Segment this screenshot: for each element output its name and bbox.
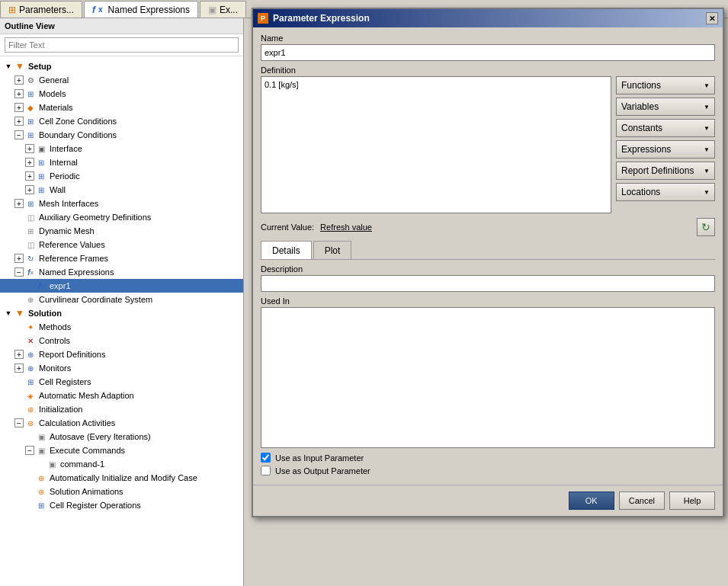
icon-boundary: ⊞ bbox=[24, 129, 37, 141]
dialog-titlebar: P Parameter Expression ✕ bbox=[253, 9, 723, 27]
name-row: Name bbox=[261, 34, 715, 61]
label-aux-geo: Auxiliary Geometry Definitions bbox=[39, 213, 151, 222]
label-mesh-interfaces: Mesh Interfaces bbox=[39, 199, 98, 208]
tree-item-mesh-interfaces[interactable]: +⊞Mesh Interfaces bbox=[0, 197, 243, 210]
label-sol-anim: Solution Animations bbox=[50, 487, 123, 496]
icon-cell-regs: ⊞ bbox=[24, 376, 37, 388]
icon-setup: ▼ bbox=[14, 60, 26, 72]
tree-item-sol-anim[interactable]: ⊛Solution Animations bbox=[0, 485, 243, 498]
refresh-button[interactable]: ↻ bbox=[697, 218, 715, 236]
output-param-checkbox[interactable] bbox=[261, 466, 271, 476]
variables-button[interactable]: Variables ▼ bbox=[616, 98, 715, 116]
label-init: Initialization bbox=[39, 405, 82, 414]
used-in-box bbox=[261, 307, 715, 448]
label-materials: Materials bbox=[39, 103, 73, 112]
expander-mesh-interfaces: + bbox=[14, 198, 24, 209]
tree-item-aux-geo[interactable]: ◫Auxiliary Geometry Definitions bbox=[0, 210, 243, 224]
icon-expr1: fx bbox=[35, 280, 47, 292]
label-curvi: Curvilinear Coordinate System bbox=[39, 295, 152, 304]
input-param-checkbox[interactable] bbox=[261, 453, 271, 463]
expander-aux-geo bbox=[14, 212, 24, 223]
label-cell-regs: Cell Registers bbox=[39, 377, 91, 386]
tree-item-ref-values[interactable]: ◫Reference Values bbox=[0, 238, 243, 251]
name-input[interactable] bbox=[261, 44, 715, 61]
definition-textarea[interactable]: 0.1 [kg/s] bbox=[261, 76, 611, 213]
icon-models: ⊞ bbox=[24, 88, 37, 100]
label-named-expr: Named Expressions bbox=[39, 267, 114, 277]
label-cellzone: Cell Zone Conditions bbox=[39, 117, 117, 126]
tree-item-curvi[interactable]: ⊕Curvilinear Coordinate System bbox=[0, 293, 243, 306]
tab-named-expressions[interactable]: fx Named Expressions bbox=[84, 1, 198, 18]
tree-item-cell-regs[interactable]: ⊞Cell Registers bbox=[0, 375, 243, 389]
description-input[interactable] bbox=[261, 275, 715, 292]
tab-ex[interactable]: ▣ Ex... bbox=[200, 1, 246, 18]
label-report-defs: Report Definitions bbox=[39, 350, 105, 359]
label-controls: Controls bbox=[39, 336, 70, 345]
report-definitions-button[interactable]: Report Definitions ▼ bbox=[616, 162, 715, 180]
tree-item-init[interactable]: ⊛Initialization bbox=[0, 402, 243, 416]
label-monitors: Monitors bbox=[39, 363, 71, 373]
label-auto-init: Automatically Initialize and Modify Case bbox=[50, 473, 197, 482]
ok-button[interactable]: OK bbox=[569, 492, 614, 510]
tab-plot[interactable]: Plot bbox=[313, 241, 352, 259]
expander-named-expr: − bbox=[14, 267, 24, 277]
tree-item-monitors[interactable]: +⊕Monitors bbox=[0, 361, 243, 375]
used-in-row: Used In bbox=[261, 296, 715, 448]
icon-report-defs: ⊕ bbox=[24, 348, 37, 360]
tree-item-cellzone[interactable]: +⊞Cell Zone Conditions bbox=[0, 114, 243, 128]
tree-item-named-expr[interactable]: −fxNamed Expressions bbox=[0, 265, 243, 279]
tree-item-interface[interactable]: +▣Interface bbox=[0, 142, 243, 155]
expander-monitors: + bbox=[14, 363, 24, 373]
tree-item-calc-act[interactable]: −⊛Calculation Activities bbox=[0, 416, 243, 430]
tree-item-autosave[interactable]: ▣Autosave (Every Iterations) bbox=[0, 430, 243, 444]
tab-details[interactable]: Details bbox=[261, 241, 312, 259]
locations-button[interactable]: Locations ▼ bbox=[616, 183, 715, 201]
tab-parameters[interactable]: ⊞ Parameters... bbox=[0, 1, 82, 18]
tree-item-auto-mesh[interactable]: ◈Automatic Mesh Adaption bbox=[0, 389, 243, 402]
tree-item-models[interactable]: +⊞Models bbox=[0, 87, 243, 101]
filter-row bbox=[0, 34, 243, 56]
tree-item-expr1[interactable]: fxexpr1 bbox=[0, 279, 243, 293]
tree-item-periodic[interactable]: +⊞Periodic bbox=[0, 169, 243, 183]
expander-cell-reg-ops bbox=[24, 500, 35, 511]
tree-item-auto-init[interactable]: ⊛Automatically Initialize and Modify Cas… bbox=[0, 471, 243, 485]
expressions-button[interactable]: Expressions ▼ bbox=[616, 140, 715, 159]
dialog-body: Name Definition 0.1 [kg/s] Functions ▼ V… bbox=[253, 27, 723, 485]
help-button[interactable]: Help bbox=[669, 492, 715, 510]
icon-internal: ⊞ bbox=[35, 156, 47, 168]
tree-item-setup[interactable]: ▼▼Setup bbox=[0, 59, 243, 73]
variables-dropdown-arrow: ▼ bbox=[704, 104, 710, 110]
icon-calc-act: ⊛ bbox=[24, 417, 37, 429]
tree-item-boundary[interactable]: −⊞Boundary Conditions bbox=[0, 128, 243, 142]
ex-icon: ▣ bbox=[208, 5, 216, 15]
tree-item-internal[interactable]: +⊞Internal bbox=[0, 155, 243, 169]
tree-item-general[interactable]: +⚙General bbox=[0, 73, 243, 87]
output-param-label: Use as Output Parameter bbox=[275, 466, 370, 476]
functions-button[interactable]: Functions ▼ bbox=[616, 76, 715, 94]
tree-item-controls[interactable]: ✕Controls bbox=[0, 334, 243, 347]
label-auto-mesh: Automatic Mesh Adaption bbox=[39, 391, 134, 400]
tree-item-report-defs[interactable]: +⊕Report Definitions bbox=[0, 347, 243, 361]
tree-item-ref-frames[interactable]: +↻Reference Frames bbox=[0, 251, 243, 265]
tree-item-solution[interactable]: ▼▼Solution bbox=[0, 306, 243, 320]
outline-title: Outline View bbox=[0, 18, 243, 34]
tree-item-cmd1[interactable]: ▣command-1 bbox=[0, 457, 243, 471]
tree-item-methods[interactable]: ✦Methods bbox=[0, 320, 243, 334]
filter-input[interactable] bbox=[5, 37, 239, 53]
locations-dropdown-arrow: ▼ bbox=[704, 189, 710, 196]
expander-calc-act: − bbox=[14, 418, 24, 428]
cancel-button[interactable]: Cancel bbox=[619, 492, 665, 510]
label-autosave: Autosave (Every Iterations) bbox=[50, 432, 151, 441]
expander-solution: ▼ bbox=[3, 308, 14, 319]
tree-item-wall[interactable]: +⊞Wall bbox=[0, 183, 243, 197]
expander-exec-cmds: − bbox=[24, 445, 35, 456]
tree-item-materials[interactable]: +◆Materials bbox=[0, 101, 243, 114]
icon-autosave: ▣ bbox=[35, 431, 47, 443]
refresh-value-link[interactable]: Refresh value bbox=[320, 223, 372, 232]
constants-button[interactable]: Constants ▼ bbox=[616, 119, 715, 137]
close-button[interactable]: ✕ bbox=[706, 12, 718, 24]
tree-item-cell-reg-ops[interactable]: ⊞Cell Register Operations bbox=[0, 498, 243, 512]
tree-item-exec-cmds[interactable]: −▣Execute Commands bbox=[0, 444, 243, 457]
tree-item-dynamic-mesh[interactable]: ⊞Dynamic Mesh bbox=[0, 224, 243, 238]
icon-dynamic-mesh: ⊞ bbox=[24, 225, 37, 237]
